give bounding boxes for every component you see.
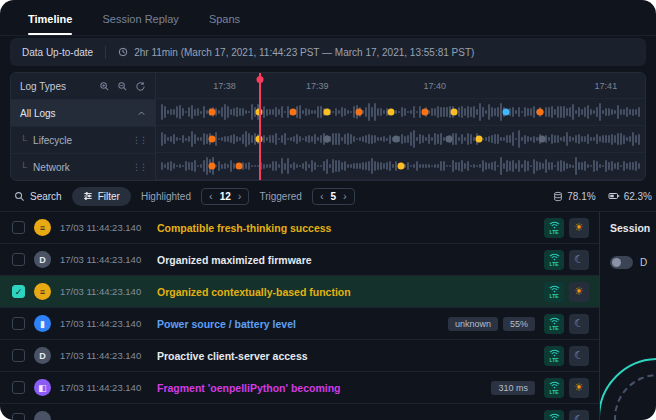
- row-actions: LTE ☀: [544, 378, 589, 398]
- log-message[interactable]: Organized maximized firmware: [157, 254, 526, 266]
- log-row[interactable]: LTE ☾: [0, 404, 599, 420]
- waveform-bar: [320, 106, 322, 119]
- prev-icon[interactable]: ‹: [209, 191, 213, 202]
- waveform-bar: [557, 106, 559, 118]
- waveform-bar: [578, 134, 580, 144]
- mode-button[interactable]: ☾: [569, 346, 589, 366]
- zoom-in-icon[interactable]: [99, 81, 110, 92]
- mode-button[interactable]: ☾: [569, 314, 589, 334]
- event-marker-orange[interactable]: [209, 136, 216, 143]
- waveform-bar: [470, 165, 472, 168]
- log-row[interactable]: D 17/03 11:44:23.140 Proactive client-se…: [0, 340, 599, 372]
- log-type-network[interactable]: └ Network ⋮⋮: [11, 154, 155, 181]
- event-marker-yellow[interactable]: [397, 163, 404, 170]
- network-lte-button[interactable]: LTE: [544, 314, 564, 334]
- waveform-bar: [332, 111, 334, 114]
- row-checkbox[interactable]: ✓: [12, 285, 25, 298]
- waveform-bar: [590, 137, 592, 141]
- row-checkbox[interactable]: [12, 381, 25, 394]
- collapse-chevron-icon[interactable]: [137, 109, 146, 118]
- tab-timeline[interactable]: Timeline: [28, 13, 72, 35]
- event-marker-blue[interactable]: [502, 109, 509, 116]
- network-lte-button[interactable]: LTE: [544, 282, 564, 302]
- prev-icon[interactable]: ‹: [320, 191, 324, 202]
- event-marker-orange[interactable]: [236, 163, 243, 170]
- search-button[interactable]: Search: [14, 191, 62, 202]
- waveform-bar: [482, 107, 484, 117]
- playhead[interactable]: [259, 73, 261, 180]
- event-marker-orange[interactable]: [536, 109, 543, 116]
- toggle-switch[interactable]: [610, 256, 633, 269]
- event-marker-yellow[interactable]: [475, 136, 482, 143]
- row-checkbox[interactable]: [12, 349, 25, 362]
- waveform-bar: [602, 165, 604, 168]
- event-marker-yellow[interactable]: [324, 109, 331, 116]
- log-row[interactable]: D 17/03 11:44:23.140 Organized maximized…: [0, 244, 599, 276]
- event-marker-orange[interactable]: [289, 109, 296, 116]
- event-marker-yellow[interactable]: [387, 109, 394, 116]
- mode-button[interactable]: ☀: [569, 218, 589, 238]
- event-marker-orange[interactable]: [421, 109, 428, 116]
- network-lte-button[interactable]: LTE: [544, 250, 564, 270]
- waveform-bar: [488, 104, 490, 120]
- network-lte-button[interactable]: LTE: [544, 410, 564, 420]
- waveform-bar: [629, 136, 631, 143]
- log-row[interactable]: ✓ ≡ 17/03 11:44:23.140 Organized context…: [0, 276, 599, 308]
- waveform-bar: [395, 110, 397, 114]
- log-message[interactable]: Power source / battery level: [157, 318, 439, 330]
- network-lte-button[interactable]: LTE: [544, 218, 564, 238]
- mode-button[interactable]: ☾: [569, 410, 589, 420]
- timeline-track-area[interactable]: 17:3817:3917:4017:41: [156, 73, 645, 180]
- mode-button[interactable]: ☀: [569, 282, 589, 302]
- log-type-all-logs[interactable]: All Logs: [11, 100, 155, 127]
- waveform-bar: [335, 160, 337, 172]
- row-checkbox[interactable]: [12, 221, 25, 234]
- tab-spans[interactable]: Spans: [209, 13, 240, 35]
- reset-zoom-icon[interactable]: [135, 81, 146, 92]
- waveform-lane-all-logs[interactable]: [156, 99, 645, 126]
- waveform-bar: [551, 162, 553, 171]
- row-checkbox[interactable]: [12, 253, 25, 266]
- drag-handle-icon[interactable]: ⋮⋮: [132, 162, 146, 172]
- waveform-bar: [194, 109, 196, 116]
- event-marker-orange[interactable]: [355, 109, 362, 116]
- event-marker-yellow[interactable]: [451, 109, 458, 116]
- next-icon[interactable]: ›: [343, 191, 347, 202]
- event-marker-orange[interactable]: [209, 163, 216, 170]
- event-marker-gray[interactable]: [392, 136, 399, 143]
- log-message[interactable]: Organized contextually-based function: [157, 286, 526, 298]
- waveform-bar: [464, 108, 466, 115]
- row-checkbox[interactable]: [12, 413, 25, 420]
- waveform-bar: [512, 132, 514, 146]
- event-marker-gray[interactable]: [446, 136, 453, 143]
- tab-session-replay[interactable]: Session Replay: [102, 13, 178, 35]
- event-marker-orange[interactable]: [209, 109, 216, 116]
- waveform-lane-network[interactable]: [156, 153, 645, 180]
- log-type-lifecycle[interactable]: └ Lifecycle ⋮⋮: [11, 127, 155, 154]
- zoom-out-icon[interactable]: [117, 81, 128, 92]
- next-icon[interactable]: ›: [238, 191, 242, 202]
- event-marker-gray[interactable]: [539, 136, 546, 143]
- log-message[interactable]: Proactive client-server access: [157, 350, 526, 362]
- log-row[interactable]: ≡ 17/03 11:44:23.140 Compatible fresh-th…: [0, 212, 599, 244]
- network-lte-button[interactable]: LTE: [544, 378, 564, 398]
- waveform-bar: [371, 135, 373, 144]
- log-message[interactable]: Fragment 'oenpelliPython' becoming: [157, 382, 482, 394]
- drag-handle-icon[interactable]: ⋮⋮: [132, 135, 146, 145]
- waveform-bar: [434, 164, 436, 168]
- waveform-bar: [500, 157, 502, 176]
- event-marker-gray[interactable]: [324, 136, 331, 143]
- mode-button[interactable]: ☀: [569, 378, 589, 398]
- log-message[interactable]: Compatible fresh-thinking success: [157, 222, 526, 234]
- mode-button[interactable]: ☾: [569, 250, 589, 270]
- row-checkbox[interactable]: [12, 317, 25, 330]
- row-actions: LTE ☾: [544, 346, 589, 366]
- waveform-bar: [413, 130, 415, 148]
- log-row[interactable]: ▮ 17/03 11:44:23.140 Power source / batt…: [0, 308, 599, 340]
- waveform-bar: [587, 134, 589, 144]
- waveform-bar: [245, 131, 247, 147]
- log-row[interactable]: ◧ 17/03 11:44:23.140 Fragment 'oenpelliP…: [0, 372, 599, 404]
- waveform-lane-lifecycle[interactable]: [156, 126, 645, 153]
- filter-button[interactable]: Filter: [72, 187, 131, 206]
- network-lte-button[interactable]: LTE: [544, 346, 564, 366]
